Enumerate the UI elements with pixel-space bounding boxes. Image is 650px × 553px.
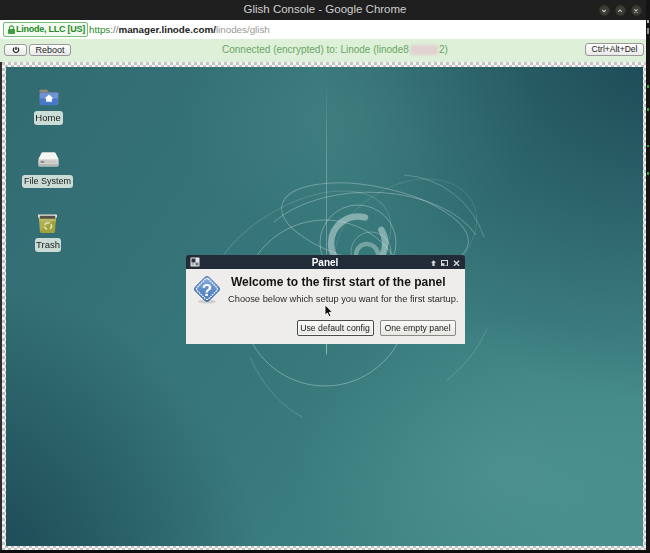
svg-text:?: ? xyxy=(201,281,211,300)
